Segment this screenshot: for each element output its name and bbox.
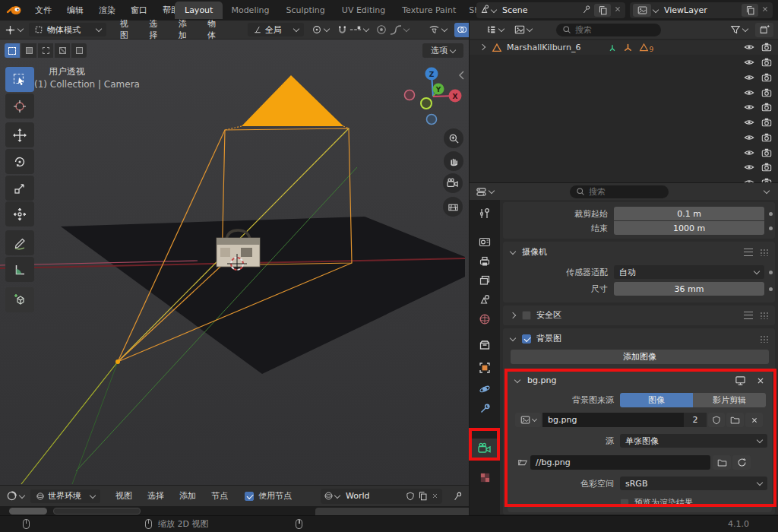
shader-editor-canvas[interactable] [0,506,469,515]
shader-editor-type-button[interactable] [6,490,24,502]
hide-eye-icon[interactable] [744,57,754,68]
world-name[interactable]: World [346,491,370,501]
tab-sculpting[interactable]: Sculpting [277,2,333,19]
menu-file[interactable]: 文件 [27,5,59,16]
zoom-button[interactable] [444,128,463,148]
hide-eye-icon[interactable] [744,117,754,128]
snap-toggle[interactable] [337,24,348,36]
pin-icon[interactable] [453,491,463,502]
camera-presets-icon[interactable] [744,249,753,256]
tool-annotate[interactable] [5,230,34,255]
new-collection-button[interactable] [755,23,773,37]
scene-name[interactable]: Scene [502,5,528,15]
hide-eye-icon[interactable] [744,42,754,52]
tab-tool[interactable] [470,204,500,223]
tab-scene[interactable] [470,290,500,309]
background-images-drag-grip[interactable] [760,335,769,343]
viewlayer-icon[interactable] [633,4,651,17]
render-camera-icon[interactable] [761,42,772,52]
background-images-chevron[interactable] [510,334,516,340]
tab-layout[interactable]: Layout [175,2,223,19]
render-camera-icon[interactable] [761,57,772,68]
filepath-field[interactable]: //bg.png [530,455,710,470]
tool-select-box[interactable] [5,67,34,92]
tool-rotate[interactable] [5,149,34,174]
view-menu[interactable]: 视图 [112,18,142,41]
pivot-point-dropdown[interactable] [312,24,329,35]
use-nodes-checkbox[interactable] [245,492,254,501]
tab-uv-editing[interactable]: UV Editing [334,2,394,19]
blender-logo-icon[interactable] [6,3,23,19]
properties-editor-type-button[interactable] [476,186,494,198]
select-mode-new[interactable] [5,43,20,58]
tab-physics[interactable] [470,379,500,399]
bg-image-title[interactable]: bg.png [527,375,556,385]
image-source-dropdown[interactable]: 单张图像 [620,434,767,448]
tab-object[interactable] [470,358,500,378]
open-image-button[interactable] [726,413,744,427]
render-camera-icon[interactable] [761,87,772,98]
clip-start-animate-dot[interactable] [769,212,773,216]
camera-view-button[interactable] [443,173,463,193]
size-animate-dot[interactable] [769,287,773,291]
display-on-monitor-icon[interactable] [735,375,746,386]
render-camera-icon[interactable] [761,117,772,128]
bg-image-chevron[interactable] [514,376,520,382]
source-movieclip-button[interactable]: 影片剪辑 [693,393,766,407]
safe-areas-drag-grip[interactable] [760,312,769,319]
tool-measure[interactable] [5,257,34,282]
sensor-fit-animate-dot[interactable] [769,271,773,274]
shader-add-menu[interactable]: 添加 [172,490,204,502]
tab-object-data[interactable] [470,439,500,458]
render-camera-icon[interactable] [761,72,772,83]
clip-start-field[interactable]: 0.1 m [614,207,764,220]
scene-browse-chevron[interactable] [491,6,497,12]
viewport-3d[interactable]: 选项 用户透视 (1) Collection | Camera [0,40,469,485]
proportional-edit-toggle[interactable] [376,24,387,35]
scene-new-button[interactable] [594,4,611,17]
unlink-image-button[interactable] [745,413,763,427]
select-mode-intersect[interactable] [71,43,87,58]
render-camera-icon[interactable] [761,102,772,112]
properties-options-chevron[interactable] [764,188,770,194]
background-images-checkbox[interactable] [522,334,531,344]
tab-output[interactable] [470,252,500,271]
filter-visibility-dropdown[interactable] [429,24,447,35]
tab-collection[interactable] [470,335,500,355]
world-unlink-icon[interactable] [431,492,439,500]
object-label[interactable]: MarshallKilburn_6 [507,43,580,52]
scene-pin-icon[interactable] [582,5,592,17]
outliner-row-marshall[interactable]: MarshallKilburn_6 9 [470,40,778,55]
sensor-fit-dropdown[interactable]: 自动 [614,265,764,279]
shader-type-dropdown[interactable]: 世界环境 [30,489,100,503]
background-images-title[interactable]: 背景图 [536,333,561,344]
tab-world[interactable] [470,309,500,329]
select-menu[interactable]: 选择 [141,18,171,41]
menu-window[interactable]: 窗口 [123,5,155,16]
image-browse-button[interactable] [515,413,541,427]
render-camera-icon[interactable] [761,177,772,182]
add-image-button[interactable]: 添加图像 [511,350,769,364]
safe-areas-checkbox[interactable] [522,311,531,320]
properties-search-field[interactable]: 搜索 [570,185,669,198]
scene-unlink-icon[interactable] [613,5,622,16]
viewlayer-name[interactable]: ViewLayer [664,5,707,15]
outliner-search-field[interactable]: 搜索 [556,24,661,36]
tab-texture-paint[interactable]: Texture Paint [394,2,464,19]
outliner-panel[interactable]: MarshallKilburn_6 9 丝带1 丝带2 丝带3 丝带5 丝带5_… [469,40,778,182]
object-menu[interactable]: 物体 [200,18,229,41]
tool-cursor[interactable] [5,93,34,119]
view-as-render-checkbox[interactable] [620,499,629,508]
menu-render[interactable]: 渲染 [91,5,123,16]
pan-button[interactable] [444,151,463,171]
image-name-field[interactable]: bg.png [542,413,684,427]
render-camera-icon[interactable] [761,147,772,158]
size-field[interactable]: 36 mm [614,282,764,296]
viewlayer-remove-icon[interactable] [761,5,770,16]
render-camera-icon[interactable] [761,132,772,143]
safe-areas-title[interactable]: 安全区 [536,309,561,321]
overlays-toggle[interactable] [454,23,469,37]
outliner-display-mode-button[interactable] [514,24,532,35]
world-browse-chevron[interactable] [334,492,340,498]
world-fake-user-icon[interactable] [406,492,415,501]
